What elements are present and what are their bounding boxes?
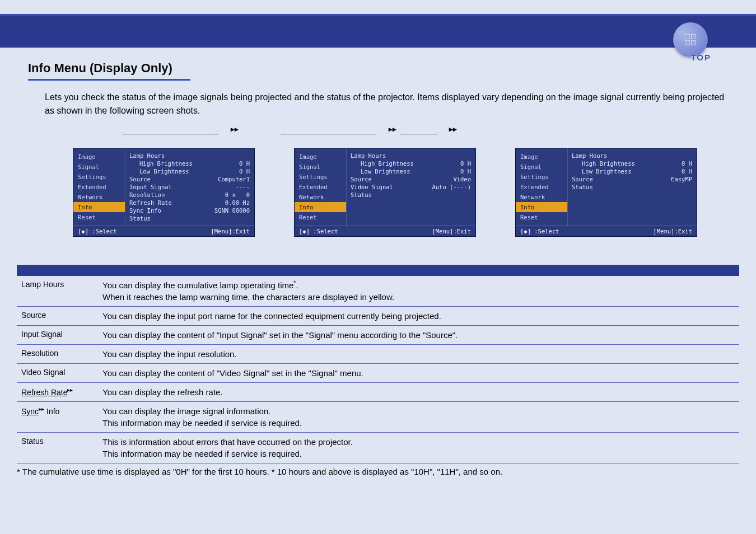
osd-menu-item: Network	[73, 192, 125, 202]
sub-desc: You can display the cumulative lamp oper…	[98, 276, 739, 307]
tab-indicators: ▸▸ ▸▸ ▸▸	[123, 125, 728, 134]
sub-desc: You can display the input resolution.	[98, 345, 739, 364]
sub-name: Status	[17, 433, 98, 463]
osd-menu-item: Extended	[295, 182, 346, 192]
osd-menu-item: Image	[516, 152, 567, 162]
sub-name: Sync▸▸ Info	[17, 402, 98, 433]
osd-screen: ImageSignalSettingsExtendedNetworkInfoRe…	[73, 148, 255, 237]
osd-menu-item: Network	[295, 192, 346, 202]
osd-menu-item: Image	[73, 152, 125, 162]
osd-menu-item: Signal	[73, 162, 125, 172]
sub-menu-table: Lamp HoursYou can display the cumulative…	[17, 276, 739, 463]
osd-menu-item: Reset	[516, 212, 567, 222]
osd-menu-item: Reset	[295, 212, 346, 222]
home-top-icon[interactable]	[673, 22, 708, 57]
sub-name: Input Signal	[17, 326, 98, 345]
page-title: Info Menu (Display Only)	[28, 61, 728, 76]
sub-desc: You can display the refresh rate.	[98, 383, 739, 402]
osd-menu-item: Extended	[516, 182, 567, 192]
osd-screens: ImageSignalSettingsExtendedNetworkInfoRe…	[73, 148, 728, 237]
osd-menu-item: Signal	[516, 162, 567, 172]
sub-name: Refresh Rate▸▸	[17, 383, 98, 402]
intro-text: Lets you check the status of the image s…	[45, 91, 728, 118]
osd-menu-item: Signal	[295, 162, 346, 172]
sub-desc: You can display the content of "Input Si…	[98, 326, 739, 345]
osd-menu-item: Settings	[73, 172, 125, 182]
osd-menu-item: Info	[295, 202, 346, 212]
osd-menu-item: Network	[516, 192, 567, 202]
sub-name: Resolution	[17, 345, 98, 364]
sub-name: Lamp Hours	[17, 276, 98, 307]
sub-desc: You can display the content of "Video Si…	[98, 364, 739, 383]
sub-desc: You can display the input port name for …	[98, 307, 739, 326]
sub-table-header	[17, 265, 739, 276]
title-rule	[28, 79, 190, 81]
osd-menu-item: Image	[295, 152, 346, 162]
osd-menu-item: Info	[73, 202, 125, 212]
footnote: * The cumulative use time is displayed a…	[17, 467, 739, 476]
osd-screen: ImageSignalSettingsExtendedNetworkInfoRe…	[515, 148, 697, 237]
top-label: TOP	[690, 53, 711, 62]
osd-menu-item: Settings	[516, 172, 567, 182]
osd-menu-item: Extended	[73, 182, 125, 192]
sub-desc: This is information about errors that ha…	[98, 433, 739, 463]
osd-menu-item: Info	[516, 202, 567, 212]
osd-menu-item: Reset	[73, 212, 125, 222]
sub-name: Video Signal	[17, 364, 98, 383]
sub-name: Source	[17, 307, 98, 326]
osd-menu-item: Settings	[295, 172, 346, 182]
osd-screen: ImageSignalSettingsExtendedNetworkInfoRe…	[294, 148, 476, 237]
sub-desc: You can display the image signal informa…	[98, 402, 739, 433]
